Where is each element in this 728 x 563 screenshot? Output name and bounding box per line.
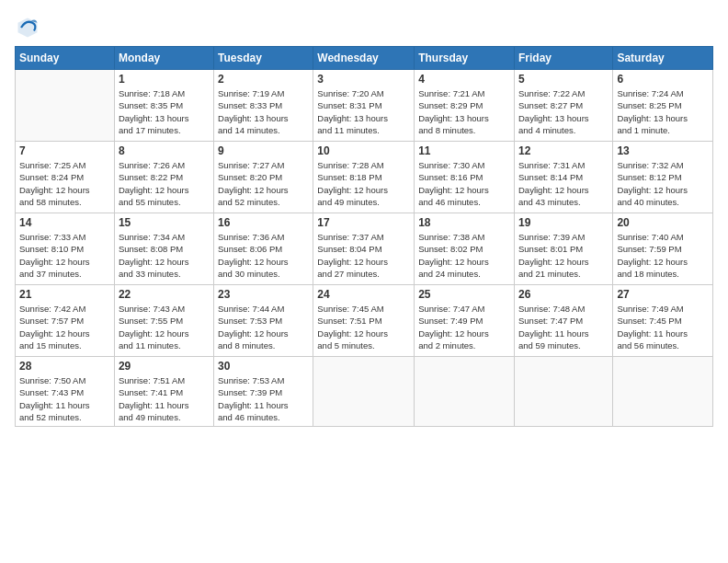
calendar-cell: [613, 357, 713, 427]
calendar-cell: 16Sunrise: 7:36 AMSunset: 8:06 PMDayligh…: [214, 213, 313, 285]
calendar-cell: 24Sunrise: 7:45 AMSunset: 7:51 PMDayligh…: [313, 285, 415, 357]
calendar-cell: 29Sunrise: 7:51 AMSunset: 7:41 PMDayligh…: [114, 357, 213, 427]
calendar-cell: 9Sunrise: 7:27 AMSunset: 8:20 PMDaylight…: [214, 142, 313, 213]
day-info: Sunrise: 7:25 AMSunset: 8:24 PMDaylight:…: [19, 159, 110, 208]
day-info: Sunrise: 7:24 AMSunset: 8:25 PMDaylight:…: [617, 87, 709, 136]
day-info: Sunrise: 7:27 AMSunset: 8:20 PMDaylight:…: [218, 159, 309, 208]
calendar-cell: 30Sunrise: 7:53 AMSunset: 7:39 PMDayligh…: [214, 357, 313, 427]
day-number: 16: [218, 216, 309, 229]
calendar-cell: [16, 70, 115, 142]
calendar-cell: 7Sunrise: 7:25 AMSunset: 8:24 PMDaylight…: [16, 142, 115, 213]
day-info: Sunrise: 7:50 AMSunset: 7:43 PMDaylight:…: [19, 374, 110, 423]
calendar-cell: 1Sunrise: 7:18 AMSunset: 8:35 PMDaylight…: [114, 70, 213, 142]
logo: [15, 15, 44, 40]
calendar-cell: [514, 357, 612, 427]
weekday-thursday: Thursday: [415, 47, 515, 70]
week-row-4: 21Sunrise: 7:42 AMSunset: 7:57 PMDayligh…: [16, 285, 713, 357]
calendar-cell: 21Sunrise: 7:42 AMSunset: 7:57 PMDayligh…: [16, 285, 115, 357]
calendar-cell: 5Sunrise: 7:22 AMSunset: 8:27 PMDaylight…: [514, 70, 612, 142]
day-number: 3: [317, 73, 410, 86]
day-number: 14: [19, 216, 110, 229]
day-info: Sunrise: 7:22 AMSunset: 8:27 PMDaylight:…: [518, 87, 609, 136]
day-info: Sunrise: 7:31 AMSunset: 8:14 PMDaylight:…: [518, 159, 609, 208]
logo-icon: [15, 15, 40, 40]
calendar-cell: 3Sunrise: 7:20 AMSunset: 8:31 PMDaylight…: [313, 70, 415, 142]
calendar-cell: 26Sunrise: 7:48 AMSunset: 7:47 PMDayligh…: [514, 285, 612, 357]
page: SundayMondayTuesdayWednesdayThursdayFrid…: [0, 0, 728, 563]
day-info: Sunrise: 7:21 AMSunset: 8:29 PMDaylight:…: [418, 87, 510, 136]
day-number: 1: [119, 73, 210, 86]
calendar-cell: 8Sunrise: 7:26 AMSunset: 8:22 PMDaylight…: [114, 142, 213, 213]
day-number: 21: [19, 288, 110, 301]
calendar-cell: 17Sunrise: 7:37 AMSunset: 8:04 PMDayligh…: [313, 213, 415, 285]
day-number: 17: [317, 216, 410, 229]
day-info: Sunrise: 7:42 AMSunset: 7:57 PMDaylight:…: [19, 303, 110, 351]
calendar-cell: [313, 357, 415, 427]
weekday-wednesday: Wednesday: [313, 47, 415, 70]
day-info: Sunrise: 7:28 AMSunset: 8:18 PMDaylight:…: [317, 159, 410, 208]
day-info: Sunrise: 7:34 AMSunset: 8:08 PMDaylight:…: [119, 231, 210, 280]
day-number: 26: [518, 288, 609, 301]
day-number: 12: [518, 144, 609, 157]
day-info: Sunrise: 7:33 AMSunset: 8:10 PMDaylight:…: [19, 231, 110, 280]
day-info: Sunrise: 7:38 AMSunset: 8:02 PMDaylight:…: [418, 231, 510, 280]
calendar-cell: 25Sunrise: 7:47 AMSunset: 7:49 PMDayligh…: [415, 285, 515, 357]
weekday-saturday: Saturday: [613, 47, 713, 70]
weekday-monday: Monday: [114, 47, 213, 70]
day-info: Sunrise: 7:18 AMSunset: 8:35 PMDaylight:…: [119, 87, 210, 136]
day-number: 22: [119, 288, 210, 301]
day-number: 15: [119, 216, 210, 229]
day-number: 28: [19, 360, 110, 373]
calendar-cell: 19Sunrise: 7:39 AMSunset: 8:01 PMDayligh…: [514, 213, 612, 285]
calendar-cell: 11Sunrise: 7:30 AMSunset: 8:16 PMDayligh…: [415, 142, 515, 213]
calendar-cell: 4Sunrise: 7:21 AMSunset: 8:29 PMDaylight…: [415, 70, 515, 142]
day-info: Sunrise: 7:49 AMSunset: 7:45 PMDaylight:…: [617, 303, 709, 351]
day-info: Sunrise: 7:43 AMSunset: 7:55 PMDaylight:…: [119, 303, 210, 351]
day-number: 6: [617, 73, 709, 86]
day-number: 24: [317, 288, 410, 301]
day-number: 19: [518, 216, 609, 229]
header: [15, 15, 713, 40]
calendar-cell: 10Sunrise: 7:28 AMSunset: 8:18 PMDayligh…: [313, 142, 415, 213]
day-number: 9: [218, 144, 309, 157]
day-number: 30: [218, 360, 309, 373]
calendar-cell: 18Sunrise: 7:38 AMSunset: 8:02 PMDayligh…: [415, 213, 515, 285]
week-row-2: 7Sunrise: 7:25 AMSunset: 8:24 PMDaylight…: [16, 142, 713, 213]
calendar-cell: 15Sunrise: 7:34 AMSunset: 8:08 PMDayligh…: [114, 213, 213, 285]
calendar-cell: 28Sunrise: 7:50 AMSunset: 7:43 PMDayligh…: [16, 357, 115, 427]
calendar-cell: 12Sunrise: 7:31 AMSunset: 8:14 PMDayligh…: [514, 142, 612, 213]
day-number: 18: [418, 216, 510, 229]
day-info: Sunrise: 7:20 AMSunset: 8:31 PMDaylight:…: [317, 87, 410, 136]
calendar-cell: 6Sunrise: 7:24 AMSunset: 8:25 PMDaylight…: [613, 70, 713, 142]
day-number: 29: [119, 360, 210, 373]
calendar-cell: 27Sunrise: 7:49 AMSunset: 7:45 PMDayligh…: [613, 285, 713, 357]
day-number: 23: [218, 288, 309, 301]
day-number: 11: [418, 144, 510, 157]
week-row-5: 28Sunrise: 7:50 AMSunset: 7:43 PMDayligh…: [16, 357, 713, 427]
calendar-cell: 13Sunrise: 7:32 AMSunset: 8:12 PMDayligh…: [613, 142, 713, 213]
day-number: 5: [518, 73, 609, 86]
day-number: 8: [119, 144, 210, 157]
day-number: 25: [418, 288, 510, 301]
calendar-cell: 2Sunrise: 7:19 AMSunset: 8:33 PMDaylight…: [214, 70, 313, 142]
day-info: Sunrise: 7:30 AMSunset: 8:16 PMDaylight:…: [418, 159, 510, 208]
day-info: Sunrise: 7:45 AMSunset: 7:51 PMDaylight:…: [317, 303, 410, 351]
day-info: Sunrise: 7:48 AMSunset: 7:47 PMDaylight:…: [518, 303, 609, 351]
day-info: Sunrise: 7:44 AMSunset: 7:53 PMDaylight:…: [218, 303, 309, 351]
day-info: Sunrise: 7:32 AMSunset: 8:12 PMDaylight:…: [617, 159, 709, 208]
day-number: 2: [218, 73, 309, 86]
calendar-cell: 20Sunrise: 7:40 AMSunset: 7:59 PMDayligh…: [613, 213, 713, 285]
calendar-cell: 23Sunrise: 7:44 AMSunset: 7:53 PMDayligh…: [214, 285, 313, 357]
day-number: 7: [19, 144, 110, 157]
weekday-friday: Friday: [514, 47, 612, 70]
weekday-header-row: SundayMondayTuesdayWednesdayThursdayFrid…: [16, 47, 713, 70]
day-number: 27: [617, 288, 709, 301]
day-info: Sunrise: 7:39 AMSunset: 8:01 PMDaylight:…: [518, 231, 609, 280]
week-row-1: 1Sunrise: 7:18 AMSunset: 8:35 PMDaylight…: [16, 70, 713, 142]
week-row-3: 14Sunrise: 7:33 AMSunset: 8:10 PMDayligh…: [16, 213, 713, 285]
weekday-tuesday: Tuesday: [214, 47, 313, 70]
day-info: Sunrise: 7:36 AMSunset: 8:06 PMDaylight:…: [218, 231, 309, 280]
calendar-cell: [415, 357, 515, 427]
day-info: Sunrise: 7:19 AMSunset: 8:33 PMDaylight:…: [218, 87, 309, 136]
day-number: 13: [617, 144, 709, 157]
